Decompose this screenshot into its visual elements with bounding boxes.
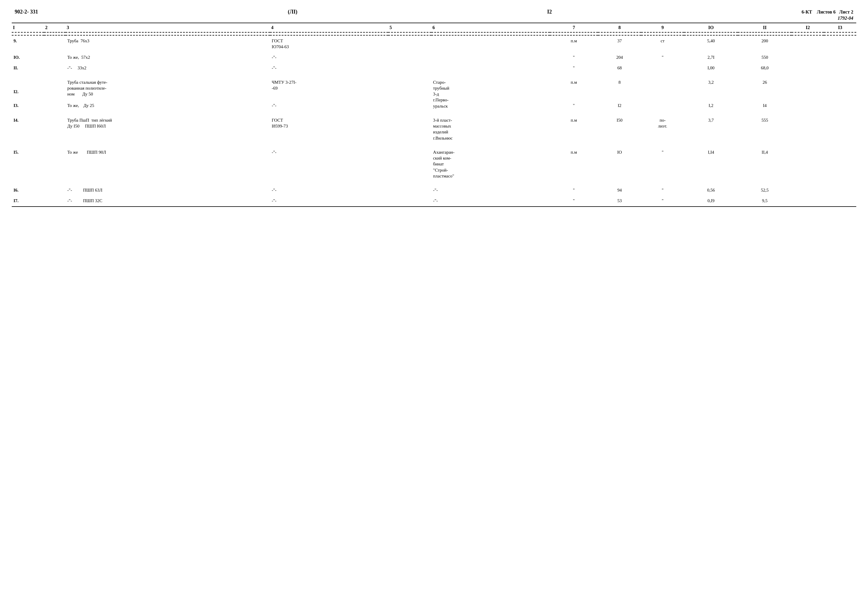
row-15-col6: Ахангаран-ский ком-бинат"Строй-пластмасо… [431,147,550,181]
row-17-col12 [791,195,824,206]
row-11-col2 [44,63,65,73]
col-header-13: I3 [824,23,856,32]
row-9-col10: 5,40 [684,35,738,52]
row-16-col11: 52,5 [738,185,791,195]
row-16-col4: -"- [270,185,388,195]
row-9-col4: ГОСТIO704-63 [270,35,388,52]
row-9-col7: п.м [550,35,598,52]
col-header-3: 3 [65,23,270,32]
row-9-col13 [824,35,856,52]
row-10-col13 [824,52,856,63]
row-14-col5 [388,115,431,143]
col-header-7: 7 [550,23,598,32]
header: 902-2- 331 (ЛI) I2 6-КТ Листов 6 Лист 2 … [12,9,856,21]
row-10-col5 [388,52,431,63]
row-17-col4: -"- [270,195,388,206]
row-num-17: I7. [12,195,44,206]
row-13-col10: I,2 [684,100,738,111]
row-num-12: I2. [12,77,44,100]
row-10-col3: То же, 57х2 [65,52,270,63]
row-15-col12 [791,147,824,181]
row-10-col2 [44,52,65,63]
row-12-col8: 8 [598,77,641,100]
row-17-col9: " [641,195,684,206]
row-16-col7: " [550,185,598,195]
row-num-9: 9. [12,35,44,52]
col-header-2: 2 [44,23,65,32]
row-12-col4: ЧМТУ 3-27I--69 [270,77,388,100]
col-header-8: 8 [598,23,641,32]
row-12-col5 [388,77,431,100]
row-11-col8: 68 [598,63,641,73]
separator [12,74,856,77]
row-17-col5 [388,195,431,206]
row-13-col12 [791,100,824,111]
row-9-col9: ст [641,35,684,52]
table-row: I7. -"- ПШП 32С -"- -"- " 53 " 0,I9 9,5 [12,195,856,206]
row-15-col4: -"- [270,147,388,181]
row-17-col11: 9,5 [738,195,791,206]
table-row: 9. Труба 76х3 ГОСТIO704-63 п.м 37 ст 5,4… [12,35,856,52]
header-row-solid: I 2 3 4 5 6 7 8 9 IO II I2 I3 [12,23,856,32]
doc-italic: 1792-04 [838,16,853,21]
row-10-col6 [431,52,550,63]
row-11-col5 [388,63,431,73]
row-12-col11: 26 [738,77,791,100]
row-16-col5 [388,185,431,195]
row-12-col10: 3,2 [684,77,738,100]
row-14-col7: п.м [550,115,598,143]
row-11-col10: I,00 [684,63,738,73]
row-13-col5 [388,100,431,111]
row-13-col11: I4 [738,100,791,111]
row-10-col9: " [641,52,684,63]
row-14-col3: Труба ПшП тип лёгкийДу I50 ПШП I60Л [65,115,270,143]
row-9-col5 [388,35,431,52]
row-num-16: I6. [12,185,44,195]
row-14-col13 [824,115,856,143]
row-16-col10: 0,56 [684,185,738,195]
doc-number: I2 [547,9,552,15]
row-17-col13 [824,195,856,206]
row-9-col6 [431,35,550,52]
doc-meta: 6-КТ Листов 6 Лист 2 1792-04 [802,9,853,21]
row-14-col4: ГОСТI8599-73 [270,115,388,143]
row-13-col7: " [550,100,598,111]
row-16-col8: 94 [598,185,641,195]
row-17-col10: 0,I9 [684,195,738,206]
row-13-col2 [44,100,65,111]
row-11-col4: -"- [270,63,388,73]
row-17-col8: 53 [598,195,641,206]
row-12-col6: Старо-трубный3-дг.Перво-уральск [431,77,550,111]
row-14-col2 [44,115,65,143]
row-14-col6: 3-й пласт-массовыхизделийг.Вильнюс [431,115,550,143]
table-row: I5. То же ПШП 90Л -"- Ахангаран-ский ком… [12,147,856,181]
row-17-col7: " [550,195,598,206]
row-17-col3: -"- ПШП 32С [65,195,270,206]
row-14-col10: 3,7 [684,115,738,143]
table-row: I4. Труба ПшП тип лёгкийДу I50 ПШП I60Л … [12,115,856,143]
col-header-10: IO [684,23,738,32]
row-13-col13 [824,100,856,111]
row-14-col11: 555 [738,115,791,143]
row-9-col8: 37 [598,35,641,52]
bottom-border-row [12,206,856,207]
row-13-col4: -"- [270,100,388,111]
row-12-col9 [641,77,684,100]
row-num-15: I5. [12,147,44,181]
col-header-6: 6 [431,23,550,32]
row-16-col6: -"- [431,185,550,195]
row-16-col3: -"- ПШП 63Л [65,185,270,195]
table-row: I6. -"- ПШП 63Л -"- -"- " 94 " 0,56 52,5 [12,185,856,195]
row-10-col8: 204 [598,52,641,63]
row-15-col8: IO [598,147,641,181]
row-13-col9 [641,100,684,111]
row-17-col2 [44,195,65,206]
row-14-col8: I50 [598,115,641,143]
row-13-col8: I2 [598,100,641,111]
col-header-12: I2 [791,23,824,32]
row-12-col2 [44,77,65,100]
separator [12,111,856,115]
row-9-col11: 200 [738,35,791,52]
row-9-col3: Труба 76х3 [65,35,270,52]
row-15-col5 [388,147,431,181]
